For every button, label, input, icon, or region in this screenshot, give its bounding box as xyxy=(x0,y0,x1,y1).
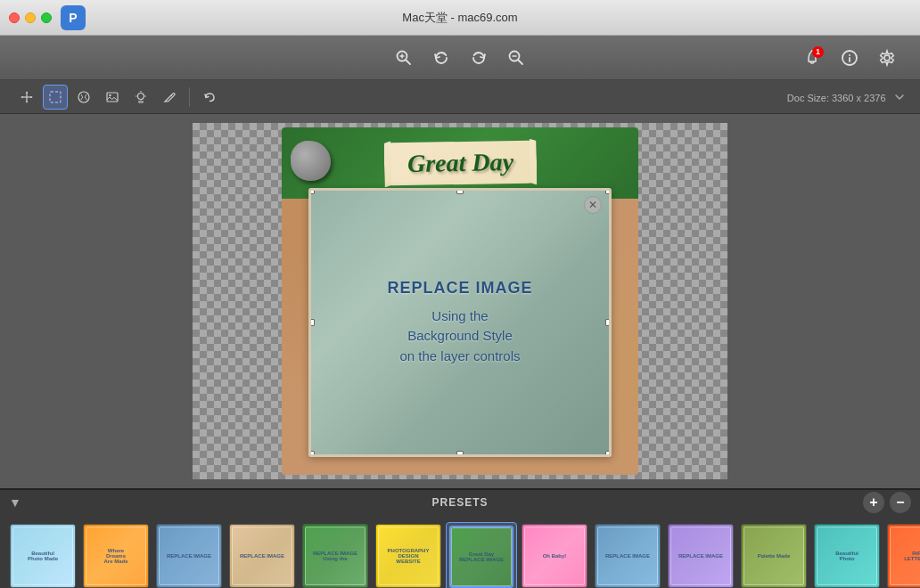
handle-top-mid[interactable] xyxy=(456,188,464,194)
handle-left-mid[interactable] xyxy=(308,319,315,326)
preset-item-t03[interactable]: REPLACE IMAGETemplate 03 xyxy=(153,522,225,589)
cork-board: Great Day ✕ REPLACE IMAGE Using the Back… xyxy=(282,127,638,475)
canvas-wrapper: Great Day ✕ REPLACE IMAGE Using the Back… xyxy=(193,123,727,479)
svg-point-18 xyxy=(138,93,144,99)
rotate-right-button[interactable] xyxy=(464,43,494,73)
presets-scroll[interactable]: BeautifulPhoto MadeTemplate 01WhereDream… xyxy=(0,515,920,588)
handle-top-right[interactable] xyxy=(605,188,612,194)
svg-line-23 xyxy=(171,95,173,97)
preset-item-t07[interactable]: Great DayREPLACE IMAGETemplate 07 xyxy=(446,522,517,589)
zoom-in-button[interactable] xyxy=(389,43,419,73)
handle-bottom-mid[interactable] xyxy=(456,451,464,457)
handle-right-mid[interactable] xyxy=(605,319,612,326)
select-tool[interactable] xyxy=(43,85,68,110)
undo-tool[interactable] xyxy=(197,85,222,110)
svg-line-5 xyxy=(519,60,523,64)
move-tool[interactable] xyxy=(14,85,39,110)
presets-label: PRESETS xyxy=(431,496,488,509)
preset-item-t09[interactable]: REPLACE IMAGETemplate 09 xyxy=(592,522,663,589)
preset-item-t10[interactable]: REPLACE IMAGETemplate 10 xyxy=(665,522,736,589)
photo-frame[interactable]: ✕ REPLACE IMAGE Using the Background Sty… xyxy=(308,188,612,457)
image-tool[interactable] xyxy=(100,85,125,110)
svg-point-17 xyxy=(109,94,111,95)
toolbar-right: 1 xyxy=(797,43,902,73)
tools-left xyxy=(14,85,222,110)
preset-item-t13[interactable]: BeautifulPhotoTemplate 13 xyxy=(811,522,883,589)
text-tool[interactable] xyxy=(71,85,96,110)
close-button[interactable] xyxy=(9,12,20,23)
maximize-button[interactable] xyxy=(41,12,52,23)
info-button[interactable] xyxy=(834,43,865,73)
template-canvas[interactable]: Great Day ✕ REPLACE IMAGE Using the Back… xyxy=(282,127,638,475)
handle-bottom-left[interactable] xyxy=(308,451,315,457)
preset-item-t06[interactable]: PHOTOGRAPHYDESIGNWEBSITETemplate 06 xyxy=(373,522,444,589)
light-tool[interactable] xyxy=(128,85,153,110)
great-day-title: Great Day xyxy=(407,148,513,177)
replace-image-label: REPLACE IMAGE xyxy=(387,279,532,298)
preset-item-t08[interactable]: Oh Baby!Template 08 xyxy=(519,522,590,589)
notification-button[interactable]: 1 xyxy=(797,43,827,73)
tool-divider xyxy=(189,87,190,107)
svg-rect-14 xyxy=(50,92,61,102)
preset-item-t05[interactable]: REPLACE IMAGEUsing theTemplate 05 xyxy=(300,522,371,589)
svg-rect-16 xyxy=(107,93,118,102)
presets-area: ▼ PRESETS + − BeautifulPhoto MadeTemplat… xyxy=(0,488,920,588)
preset-item-t14[interactable]: RiPPeLETTERIINGTemplate 14 xyxy=(884,522,920,589)
app-logo: P xyxy=(61,5,86,30)
handle-bottom-right[interactable] xyxy=(605,451,612,457)
preset-item-t02[interactable]: WhereDreamsAre MadeTemplate 02 xyxy=(80,522,152,589)
handle-top-left[interactable] xyxy=(308,188,315,194)
photo-placeholder: ✕ REPLACE IMAGE Using the Background Sty… xyxy=(311,191,609,454)
preset-item-t01[interactable]: BeautifulPhoto MadeTemplate 01 xyxy=(7,522,78,589)
presets-actions: + − xyxy=(863,492,911,513)
presets-collapse-arrow[interactable]: ▼ xyxy=(9,495,21,510)
title-bar: P Mac天堂 - mac69.com xyxy=(0,0,920,36)
svg-point-11 xyxy=(884,55,890,61)
preset-item-t11b[interactable]: Palette MadeTemplate 11b xyxy=(738,522,809,589)
replace-description: Using the Background Style on the layer … xyxy=(399,306,520,367)
add-preset-button[interactable]: + xyxy=(863,492,884,513)
rock-decoration xyxy=(291,141,331,181)
svg-line-1 xyxy=(407,60,411,64)
draw-tool[interactable] xyxy=(157,85,182,110)
preset-item-t04[interactable]: REPLACE IMAGETemplate 04 xyxy=(226,522,298,589)
traffic-lights xyxy=(9,12,52,23)
zoom-out-button[interactable] xyxy=(501,43,531,73)
tools-row: Doc Size: 3360 x 2376 xyxy=(0,80,920,114)
title-text: Mac天堂 - mac69.com xyxy=(402,10,517,26)
minimize-button[interactable] xyxy=(25,12,36,23)
toolbar-center xyxy=(389,43,531,73)
main-toolbar: 1 xyxy=(0,36,920,80)
remove-preset-button[interactable]: − xyxy=(890,492,911,513)
main-canvas-area: Great Day ✕ REPLACE IMAGE Using the Back… xyxy=(0,114,920,488)
rotate-left-button[interactable] xyxy=(426,43,456,73)
doc-size: Doc Size: 3360 x 2376 xyxy=(787,89,906,105)
svg-point-15 xyxy=(78,92,89,102)
presets-header: ▼ PRESETS + − xyxy=(0,490,920,515)
svg-point-9 xyxy=(849,54,850,56)
close-image-button[interactable]: ✕ xyxy=(584,196,602,214)
title-paper: Great Day xyxy=(389,141,531,186)
settings-button[interactable] xyxy=(872,43,902,73)
